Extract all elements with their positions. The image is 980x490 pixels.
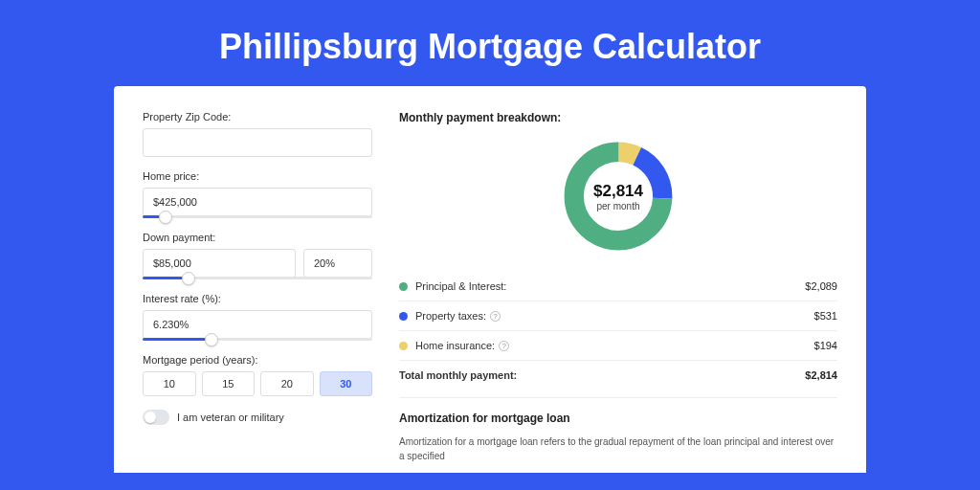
zip-label: Property Zip Code: (143, 111, 372, 122)
donut-center: $2,814 per month (560, 138, 677, 255)
amortization-title: Amortization for mortgage loan (399, 412, 837, 425)
period-btn-15[interactable]: 15 (202, 371, 256, 396)
breakdown-dot (399, 312, 408, 321)
interest-slider-thumb[interactable] (205, 333, 218, 346)
interest-label: Interest rate (%): (143, 293, 372, 304)
breakdown-row-label: Principal & Interest: (415, 280, 805, 292)
form-panel: Property Zip Code: Home price: Down paym… (143, 111, 372, 463)
amortization-section: Amortization for mortgage loan Amortizat… (399, 397, 837, 463)
breakdown-row-label: Home insurance:? (415, 340, 814, 351)
down-payment-field-group: Down payment: (143, 232, 372, 279)
breakdown-dot (399, 282, 408, 291)
breakdown-total-value: $2,814 (805, 369, 837, 381)
breakdown-row-value: $531 (814, 310, 837, 322)
down-payment-pct-input[interactable] (303, 249, 372, 278)
period-btn-30[interactable]: 30 (320, 371, 373, 396)
breakdown-row: Principal & Interest:$2,089 (399, 272, 837, 301)
breakdown-title: Monthly payment breakdown: (399, 111, 837, 124)
donut-chart: $2,814 per month (560, 138, 677, 255)
interest-slider-fill (143, 338, 212, 341)
home-price-slider-thumb[interactable] (159, 211, 172, 224)
veteran-toggle[interactable] (143, 410, 169, 425)
amortization-text: Amortization for a mortgage loan refers … (399, 434, 837, 463)
home-price-label: Home price: (143, 170, 372, 182)
down-payment-slider-thumb[interactable] (182, 272, 195, 285)
period-field-group: Mortgage period (years): 10 15 20 30 (143, 354, 372, 396)
zip-input[interactable] (143, 128, 372, 157)
down-payment-input[interactable] (143, 249, 296, 278)
breakdown-row-value: $2,089 (805, 280, 837, 292)
zip-field-group: Property Zip Code: (143, 111, 372, 157)
donut-chart-wrap: $2,814 per month (399, 138, 837, 255)
page-title: Phillipsburg Mortgage Calculator (0, 0, 980, 86)
breakdown-rows: Principal & Interest:$2,089Property taxe… (399, 272, 837, 360)
breakdown-row-label: Property taxes:? (415, 310, 814, 322)
interest-field-group: Interest rate (%): (143, 293, 372, 341)
breakdown-row: Home insurance:?$194 (399, 330, 837, 360)
down-payment-label: Down payment: (143, 232, 372, 243)
period-label: Mortgage period (years): (143, 354, 372, 366)
interest-input[interactable] (143, 310, 372, 339)
donut-sub: per month (596, 201, 639, 212)
help-icon[interactable]: ? (490, 311, 501, 322)
veteran-toggle-row: I am veteran or military (143, 410, 372, 425)
help-icon[interactable]: ? (499, 341, 509, 351)
period-btn-10[interactable]: 10 (143, 371, 196, 396)
breakdown-row-label-text: Principal & Interest: (415, 280, 506, 292)
breakdown-panel: Monthly payment breakdown: $2,814 per mo… (399, 111, 837, 463)
donut-amount: $2,814 (593, 182, 643, 201)
calculator-card: Property Zip Code: Home price: Down paym… (114, 86, 866, 473)
interest-slider[interactable] (143, 338, 372, 341)
breakdown-total-row: Total monthly payment: $2,814 (399, 360, 837, 390)
breakdown-dot (399, 342, 408, 350)
breakdown-row-label-text: Home insurance: (415, 340, 495, 351)
veteran-toggle-label: I am veteran or military (177, 412, 284, 423)
breakdown-row: Property taxes:?$531 (399, 301, 837, 330)
home-price-input[interactable] (143, 188, 372, 216)
breakdown-row-value: $194 (814, 340, 837, 351)
down-payment-slider[interactable] (143, 277, 372, 279)
period-btn-20[interactable]: 20 (260, 371, 314, 396)
breakdown-row-label-text: Property taxes: (415, 310, 486, 322)
period-button-row: 10 15 20 30 (143, 371, 372, 396)
breakdown-total-label: Total monthly payment: (399, 369, 805, 381)
home-price-slider[interactable] (143, 215, 372, 218)
home-price-field-group: Home price: (143, 170, 372, 218)
